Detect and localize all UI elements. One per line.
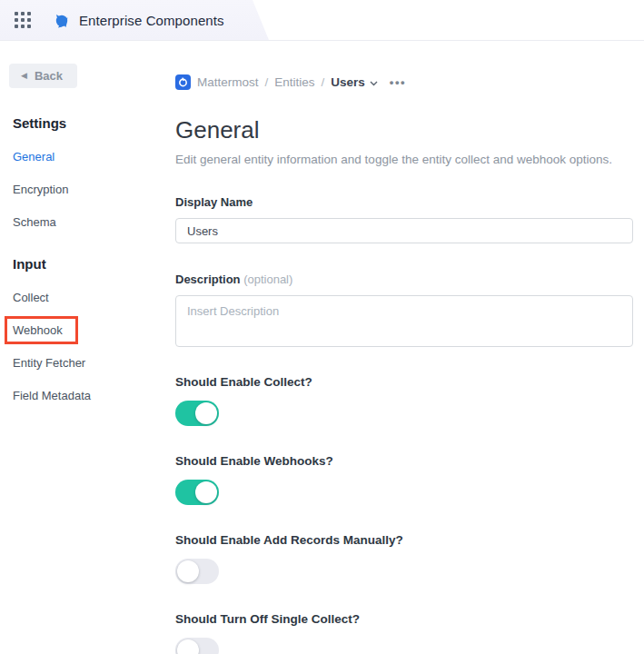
- toggle-row-enable-webhooks: Should Enable Webhooks?: [175, 454, 633, 505]
- breadcrumb-separator: /: [322, 75, 325, 89]
- app-header: Enterprise Components: [0, 0, 644, 41]
- enable-collect-label: Should Enable Collect?: [175, 375, 633, 389]
- breadcrumb-mattermost[interactable]: Mattermost: [197, 75, 259, 89]
- toggle-row-turn-off-single-collect: Should Turn Off Single Collect?: [175, 612, 633, 654]
- toggle-row-add-records-manually: Should Enable Add Records Manually?: [175, 533, 633, 584]
- app-grid-button[interactable]: [7, 5, 38, 35]
- mattermost-icon: [175, 74, 191, 90]
- settings-sidebar: ◀ Back Settings General Encryption Schem…: [0, 41, 175, 654]
- back-button[interactable]: ◀ Back: [9, 64, 77, 88]
- back-arrow-icon: ◀: [21, 72, 27, 80]
- sidebar-section-input: Input: [13, 256, 175, 272]
- sidebar-item-general[interactable]: General: [13, 150, 54, 164]
- enable-collect-toggle[interactable]: [175, 401, 219, 426]
- sidebar-item-webhook[interactable]: Webhook: [13, 323, 63, 337]
- description-field-group: Description (optional): [175, 271, 633, 347]
- display-name-input[interactable]: [175, 218, 633, 243]
- chevron-down-icon: [370, 81, 378, 86]
- turn-off-single-collect-toggle[interactable]: [175, 638, 219, 654]
- toggle-knob: [177, 560, 199, 582]
- breadcrumb-entities[interactable]: Entities: [274, 75, 314, 89]
- enable-webhooks-label: Should Enable Webhooks?: [175, 454, 633, 468]
- enable-webhooks-toggle[interactable]: [175, 480, 219, 505]
- display-name-field-group: Display Name: [175, 193, 633, 243]
- add-records-manually-label: Should Enable Add Records Manually?: [175, 533, 633, 547]
- page-subtitle: Edit general entity information and togg…: [175, 153, 633, 166]
- turn-off-single-collect-label: Should Turn Off Single Collect?: [175, 612, 633, 626]
- description-label: Description (optional): [175, 272, 292, 286]
- sidebar-item-field-metadata[interactable]: Field Metadata: [13, 389, 91, 402]
- breadcrumb-more-button[interactable]: •••: [390, 75, 406, 89]
- page-title: General: [175, 116, 633, 144]
- sidebar-item-schema[interactable]: Schema: [13, 215, 56, 229]
- main-content: Mattermost / Entities / Users ••• Genera…: [175, 41, 644, 654]
- display-name-label: Display Name: [175, 195, 253, 209]
- sidebar-section-settings: Settings: [13, 115, 175, 131]
- toggle-knob: [195, 481, 217, 503]
- sidebar-item-encryption[interactable]: Encryption: [13, 183, 68, 196]
- add-records-manually-toggle[interactable]: [175, 559, 219, 584]
- breadcrumb-users-label: Users: [331, 75, 365, 89]
- sidebar-nav: Settings General Encryption Schema Input…: [9, 115, 175, 402]
- description-textarea[interactable]: [175, 295, 633, 347]
- description-optional-text: (optional): [243, 272, 292, 286]
- grid-icon: [15, 12, 31, 28]
- app-logo-icon: [53, 11, 71, 29]
- toggle-row-enable-collect: Should Enable Collect?: [175, 375, 633, 426]
- breadcrumb-users-dropdown[interactable]: Users: [331, 75, 378, 89]
- sidebar-item-collect[interactable]: Collect: [13, 291, 49, 304]
- breadcrumb: Mattermost / Entities / Users •••: [175, 74, 633, 90]
- toggle-knob: [195, 402, 217, 424]
- toggle-knob: [177, 639, 199, 654]
- page-header-title: Enterprise Components: [79, 13, 224, 28]
- breadcrumb-separator: /: [265, 75, 269, 89]
- description-label-text: Description: [175, 272, 241, 286]
- sidebar-item-entity-fetcher[interactable]: Entity Fetcher: [13, 356, 85, 370]
